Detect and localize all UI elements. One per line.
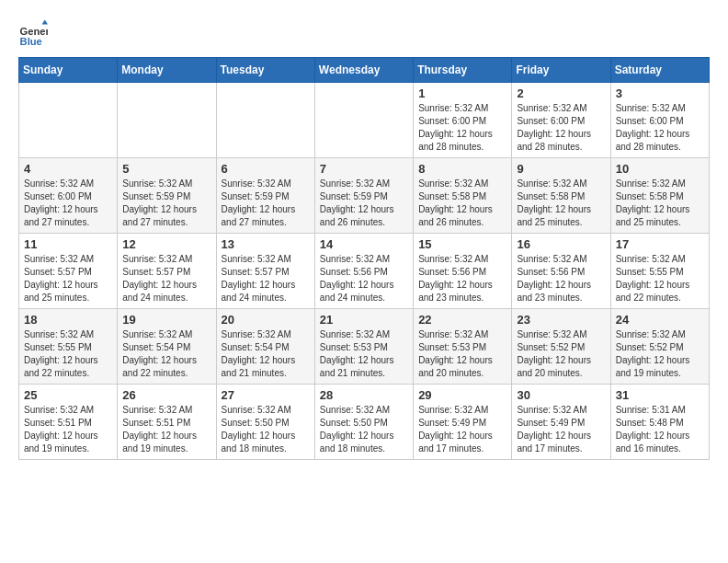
day-info: Sunrise: 5:32 AM Sunset: 5:57 PM Dayligh… [122, 253, 210, 304]
day-info: Sunrise: 5:31 AM Sunset: 5:48 PM Dayligh… [616, 404, 704, 455]
day-info: Sunrise: 5:32 AM Sunset: 5:57 PM Dayligh… [24, 253, 112, 304]
calendar-cell: 25Sunrise: 5:32 AM Sunset: 5:51 PM Dayli… [19, 385, 118, 460]
day-number: 14 [320, 237, 408, 251]
calendar-cell: 23Sunrise: 5:32 AM Sunset: 5:52 PM Dayli… [512, 309, 610, 385]
day-info: Sunrise: 5:32 AM Sunset: 5:50 PM Dayligh… [222, 404, 310, 455]
calendar-cell: 28Sunrise: 5:32 AM Sunset: 5:50 PM Dayli… [314, 385, 413, 460]
day-number: 7 [320, 162, 408, 176]
calendar-cell: 31Sunrise: 5:31 AM Sunset: 5:48 PM Dayli… [610, 385, 709, 460]
calendar-cell: 4Sunrise: 5:32 AM Sunset: 6:00 PM Daylig… [19, 158, 118, 234]
calendar-cell: 1Sunrise: 5:32 AM Sunset: 6:00 PM Daylig… [414, 83, 512, 158]
calendar-cell [216, 83, 314, 158]
day-number: 16 [517, 237, 605, 251]
calendar-cell: 7Sunrise: 5:32 AM Sunset: 5:59 PM Daylig… [314, 158, 413, 234]
calendar-week-row: 1Sunrise: 5:32 AM Sunset: 6:00 PM Daylig… [19, 83, 710, 158]
day-info: Sunrise: 5:32 AM Sunset: 5:55 PM Dayligh… [616, 253, 704, 304]
day-number: 8 [418, 162, 506, 176]
calendar-cell: 29Sunrise: 5:32 AM Sunset: 5:49 PM Dayli… [414, 385, 512, 460]
svg-text:General: General [20, 26, 48, 37]
day-number: 12 [122, 237, 210, 251]
day-info: Sunrise: 5:32 AM Sunset: 5:59 PM Dayligh… [320, 178, 408, 229]
day-info: Sunrise: 5:32 AM Sunset: 6:00 PM Dayligh… [616, 102, 704, 154]
calendar-cell: 12Sunrise: 5:32 AM Sunset: 5:57 PM Dayli… [118, 234, 216, 309]
calendar-cell: 21Sunrise: 5:32 AM Sunset: 5:53 PM Dayli… [314, 309, 413, 385]
calendar-cell [118, 83, 216, 158]
day-info: Sunrise: 5:32 AM Sunset: 5:56 PM Dayligh… [418, 253, 506, 304]
day-number: 13 [222, 237, 310, 251]
logo-icon: General Blue [18, 18, 48, 48]
day-number: 15 [418, 237, 506, 251]
day-info: Sunrise: 5:32 AM Sunset: 6:00 PM Dayligh… [517, 102, 605, 154]
day-number: 28 [320, 388, 408, 402]
day-number: 30 [517, 388, 605, 402]
calendar-cell: 9Sunrise: 5:32 AM Sunset: 5:58 PM Daylig… [512, 158, 610, 234]
calendar-cell: 8Sunrise: 5:32 AM Sunset: 5:58 PM Daylig… [414, 158, 512, 234]
day-info: Sunrise: 5:32 AM Sunset: 5:52 PM Dayligh… [616, 328, 704, 380]
day-info: Sunrise: 5:32 AM Sunset: 5:51 PM Dayligh… [24, 404, 112, 455]
day-number: 21 [320, 313, 408, 327]
day-info: Sunrise: 5:32 AM Sunset: 5:53 PM Dayligh… [418, 328, 506, 380]
day-number: 31 [616, 388, 704, 402]
day-info: Sunrise: 5:32 AM Sunset: 5:54 PM Dayligh… [222, 328, 310, 380]
day-info: Sunrise: 5:32 AM Sunset: 5:53 PM Dayligh… [320, 328, 408, 380]
day-info: Sunrise: 5:32 AM Sunset: 5:56 PM Dayligh… [517, 253, 605, 304]
day-number: 10 [616, 162, 704, 176]
calendar-cell: 19Sunrise: 5:32 AM Sunset: 5:54 PM Dayli… [118, 309, 216, 385]
day-number: 25 [24, 388, 112, 402]
calendar-cell [19, 83, 118, 158]
day-number: 23 [517, 313, 605, 327]
day-number: 4 [24, 162, 112, 176]
logo: General Blue [18, 18, 51, 48]
day-number: 22 [418, 313, 506, 327]
calendar-cell: 5Sunrise: 5:32 AM Sunset: 5:59 PM Daylig… [118, 158, 216, 234]
calendar-cell: 13Sunrise: 5:32 AM Sunset: 5:57 PM Dayli… [216, 234, 314, 309]
calendar-cell: 26Sunrise: 5:32 AM Sunset: 5:51 PM Dayli… [118, 385, 216, 460]
calendar-cell: 2Sunrise: 5:32 AM Sunset: 6:00 PM Daylig… [512, 83, 610, 158]
day-info: Sunrise: 5:32 AM Sunset: 5:49 PM Dayligh… [517, 404, 605, 455]
calendar-cell: 6Sunrise: 5:32 AM Sunset: 5:59 PM Daylig… [216, 158, 314, 234]
day-info: Sunrise: 5:32 AM Sunset: 5:52 PM Dayligh… [517, 328, 605, 380]
calendar-cell: 20Sunrise: 5:32 AM Sunset: 5:54 PM Dayli… [216, 309, 314, 385]
day-info: Sunrise: 5:32 AM Sunset: 5:54 PM Dayligh… [122, 328, 210, 380]
day-number: 26 [122, 388, 210, 402]
calendar-cell: 11Sunrise: 5:32 AM Sunset: 5:57 PM Dayli… [19, 234, 118, 309]
day-number: 1 [418, 86, 506, 100]
calendar-cell: 27Sunrise: 5:32 AM Sunset: 5:50 PM Dayli… [216, 385, 314, 460]
day-number: 2 [517, 86, 605, 100]
day-info: Sunrise: 5:32 AM Sunset: 5:56 PM Dayligh… [320, 253, 408, 304]
day-of-week-header: Thursday [414, 58, 512, 83]
day-info: Sunrise: 5:32 AM Sunset: 5:58 PM Dayligh… [616, 178, 704, 229]
day-of-week-header: Wednesday [314, 58, 413, 83]
day-info: Sunrise: 5:32 AM Sunset: 5:49 PM Dayligh… [418, 404, 506, 455]
calendar-cell: 17Sunrise: 5:32 AM Sunset: 5:55 PM Dayli… [610, 234, 709, 309]
day-of-week-header: Tuesday [216, 58, 314, 83]
day-number: 17 [616, 237, 704, 251]
svg-text:Blue: Blue [20, 36, 42, 47]
day-number: 6 [222, 162, 310, 176]
day-info: Sunrise: 5:32 AM Sunset: 5:58 PM Dayligh… [517, 178, 605, 229]
calendar-table: SundayMondayTuesdayWednesdayThursdayFrid… [18, 57, 710, 460]
day-info: Sunrise: 5:32 AM Sunset: 5:51 PM Dayligh… [122, 404, 210, 455]
calendar-week-row: 11Sunrise: 5:32 AM Sunset: 5:57 PM Dayli… [19, 234, 710, 309]
calendar-cell: 18Sunrise: 5:32 AM Sunset: 5:55 PM Dayli… [19, 309, 118, 385]
day-of-week-header: Friday [512, 58, 610, 83]
calendar-week-row: 4Sunrise: 5:32 AM Sunset: 6:00 PM Daylig… [19, 158, 710, 234]
day-info: Sunrise: 5:32 AM Sunset: 5:59 PM Dayligh… [222, 178, 310, 229]
day-info: Sunrise: 5:32 AM Sunset: 5:58 PM Dayligh… [418, 178, 506, 229]
day-info: Sunrise: 5:32 AM Sunset: 5:57 PM Dayligh… [222, 253, 310, 304]
day-number: 29 [418, 388, 506, 402]
calendar-cell: 24Sunrise: 5:32 AM Sunset: 5:52 PM Dayli… [610, 309, 709, 385]
calendar-cell: 3Sunrise: 5:32 AM Sunset: 6:00 PM Daylig… [610, 83, 709, 158]
day-number: 9 [517, 162, 605, 176]
day-number: 24 [616, 313, 704, 327]
day-info: Sunrise: 5:32 AM Sunset: 5:55 PM Dayligh… [24, 328, 112, 380]
page-header: General Blue [18, 18, 710, 48]
day-number: 11 [24, 237, 112, 251]
calendar-cell: 30Sunrise: 5:32 AM Sunset: 5:49 PM Dayli… [512, 385, 610, 460]
day-of-week-header: Sunday [19, 58, 118, 83]
calendar-week-row: 25Sunrise: 5:32 AM Sunset: 5:51 PM Dayli… [19, 385, 710, 460]
calendar-cell: 16Sunrise: 5:32 AM Sunset: 5:56 PM Dayli… [512, 234, 610, 309]
calendar-cell: 15Sunrise: 5:32 AM Sunset: 5:56 PM Dayli… [414, 234, 512, 309]
day-of-week-header: Saturday [610, 58, 709, 83]
svg-marker-2 [42, 20, 48, 25]
